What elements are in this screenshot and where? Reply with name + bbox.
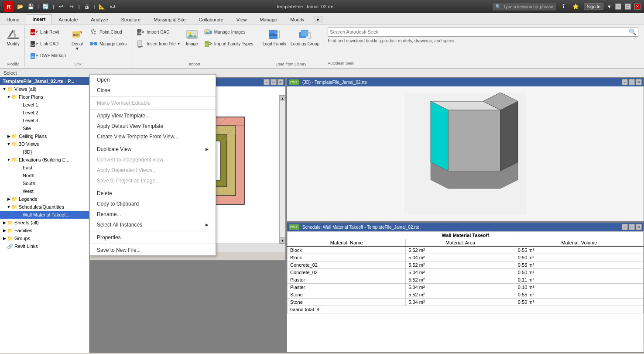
tree-item-wall-material[interactable]: Wall Material Takeof... bbox=[0, 211, 89, 219]
tab-modify[interactable]: Modify bbox=[284, 14, 311, 24]
tree-item-3d-views[interactable]: ▼ 📁 3D Views bbox=[0, 140, 89, 148]
load-as-group-button[interactable]: Load as Group bbox=[289, 26, 321, 48]
context-duplicate-view[interactable]: Duplicate View ▶ bbox=[90, 144, 216, 155]
manage-links-button[interactable]: Manage Links bbox=[87, 38, 128, 49]
tree-item-families[interactable]: ▶ 📁 Families bbox=[0, 227, 89, 234]
tab-massing[interactable]: Massing & Site bbox=[147, 14, 192, 24]
separator-1 bbox=[90, 96, 216, 97]
tab-view[interactable]: View bbox=[230, 14, 253, 24]
context-save-new-file[interactable]: Save to New File... bbox=[90, 245, 216, 255]
sign-in-button[interactable]: Sign In bbox=[584, 3, 603, 10]
measure-icon[interactable]: 📐 bbox=[97, 2, 106, 11]
context-delete[interactable]: Delete bbox=[90, 188, 216, 199]
context-apply-view-template[interactable]: Apply View Template... bbox=[90, 110, 216, 121]
import-cad-button[interactable]: CAD Import CAD bbox=[134, 26, 182, 38]
fp-minimize-btn[interactable]: − bbox=[264, 79, 270, 85]
manage-images-button[interactable]: Manage Images bbox=[202, 26, 255, 38]
link-cad-button[interactable]: CAD Link CAD bbox=[27, 38, 68, 49]
modify-group-label: Modify bbox=[7, 62, 19, 66]
tree-item-north[interactable]: North bbox=[0, 172, 89, 179]
tree-item-west[interactable]: West bbox=[0, 187, 89, 195]
tree-item-floor-plans[interactable]: ▼ 📁 Floor Plans bbox=[0, 93, 89, 101]
tree-item-schedules[interactable]: ▼ 📁 Schedules/Quantities bbox=[0, 203, 89, 211]
tab-home[interactable]: Home bbox=[0, 14, 26, 24]
close-button[interactable]: ✕ bbox=[634, 3, 641, 10]
fp-close-btn[interactable]: ✕ bbox=[277, 79, 284, 85]
context-close[interactable]: Close bbox=[90, 85, 216, 96]
tree-item-groups[interactable]: ▶ 📁 Groups bbox=[0, 234, 89, 242]
context-make-workset-label: Make Workset Editable bbox=[97, 100, 151, 106]
context-rename[interactable]: Rename... bbox=[90, 209, 216, 220]
seek-search-bar[interactable]: 🔍 bbox=[328, 27, 638, 37]
fp-scrollbar-vertical[interactable]: ▲ ▼ bbox=[279, 95, 285, 244]
maximize-button[interactable]: □ bbox=[625, 3, 631, 10]
print-icon[interactable]: 🖨 bbox=[82, 2, 91, 11]
sched-close-btn[interactable]: ✕ bbox=[636, 224, 642, 230]
import-family-types-icon: IFT bbox=[203, 39, 213, 48]
tree-item-3d[interactable]: {3D} bbox=[0, 148, 89, 156]
import-items: CAD Import CAD Insert from File ▼ bbox=[134, 26, 255, 62]
dwf-markup-button[interactable]: DWF DWF Markup bbox=[27, 50, 68, 61]
seek-search-input[interactable] bbox=[330, 29, 629, 34]
dwf-markup-label: DWF Markup bbox=[40, 53, 66, 58]
seek-search-icon[interactable]: 🔍 bbox=[629, 28, 636, 35]
tree-label-wall-material: Wall Material Takeof... bbox=[23, 212, 70, 217]
context-create-view-template[interactable]: Create View Template From View... bbox=[90, 131, 216, 142]
open-file-icon[interactable]: 📂 bbox=[16, 2, 24, 11]
tab-analyze[interactable]: Analyze bbox=[84, 14, 114, 24]
tree-item-site[interactable]: Site bbox=[0, 124, 89, 132]
tree-item-legends[interactable]: ▶ 📁 Legends bbox=[0, 195, 89, 203]
image-button[interactable]: Image bbox=[183, 26, 201, 48]
context-copy-clipboard[interactable]: Copy to Clipboard bbox=[90, 199, 216, 209]
minimize-button[interactable]: − bbox=[615, 3, 621, 10]
tree-item-level-3[interactable]: Level 3 bbox=[0, 117, 89, 124]
tab-collaborate[interactable]: Collaborate bbox=[192, 14, 230, 24]
info-icon[interactable]: ℹ bbox=[559, 2, 568, 11]
tab-insert[interactable]: Insert bbox=[26, 14, 52, 24]
tab-structure[interactable]: Structure bbox=[115, 14, 147, 24]
import-family-types-button[interactable]: IFT Import Family Types bbox=[202, 38, 255, 49]
search-bar[interactable]: 🔍 Type a keyword or phrase bbox=[493, 3, 556, 10]
save-icon[interactable]: 💾 bbox=[26, 2, 35, 11]
load-family-button[interactable]: Load Family bbox=[261, 26, 288, 48]
tree-item-level-2[interactable]: Level 2 bbox=[0, 109, 89, 117]
context-select-all[interactable]: Select All Instances ▶ bbox=[90, 220, 216, 230]
tree-item-east[interactable]: East bbox=[0, 164, 89, 172]
tree-item-revit-links[interactable]: 🔗 Revit Links bbox=[0, 242, 89, 250]
sched-maximize-btn[interactable]: □ bbox=[629, 224, 635, 230]
redo-icon[interactable]: ↪ bbox=[67, 2, 76, 11]
undo-icon[interactable]: ↩ bbox=[57, 2, 65, 11]
insert-from-file-button[interactable]: Insert from File ▼ bbox=[134, 38, 182, 49]
modify-button[interactable]: Modify bbox=[4, 26, 22, 48]
ribbon-group-import: CAD Import CAD Insert from File ▼ bbox=[131, 25, 258, 67]
3d-minimize-btn[interactable]: − bbox=[622, 79, 628, 85]
3d-close-btn[interactable]: ✕ bbox=[636, 79, 642, 85]
tree-item-ceiling-plans[interactable]: ▶ 📁 Ceiling Plans bbox=[0, 132, 89, 140]
link-revit-button[interactable]: RVT Link Revit bbox=[27, 26, 68, 38]
context-properties[interactable]: Properties bbox=[90, 232, 216, 243]
subscription-icon[interactable]: ⭐ bbox=[572, 2, 580, 11]
import-group-label: Import bbox=[189, 62, 200, 66]
fp-scroll-up[interactable]: ▲ bbox=[280, 95, 285, 101]
tree-label-level-3: Level 3 bbox=[23, 118, 38, 123]
tree-item-elevations[interactable]: ▼ 📁 Elevations (Building E... bbox=[0, 156, 89, 164]
tree-item-views-all[interactable]: ▼ 📁 Views (all) bbox=[0, 85, 89, 93]
fp-maximize-btn[interactable]: □ bbox=[271, 79, 277, 85]
point-cloud-button[interactable]: Point Cloud bbox=[87, 26, 128, 38]
tab-manage[interactable]: Manage bbox=[253, 14, 284, 24]
sched-minimize-btn[interactable]: − bbox=[622, 224, 628, 230]
tag-icon[interactable]: 🏷 bbox=[108, 2, 116, 11]
tree-item-south[interactable]: South bbox=[0, 179, 89, 187]
insert-arrow: ▼ bbox=[177, 42, 181, 46]
tree-item-sheets-all[interactable]: ▶ 📁 Sheets (all) bbox=[0, 219, 89, 227]
sync-icon[interactable]: 🔄 bbox=[41, 2, 50, 11]
tab-annotate[interactable]: Annotate bbox=[52, 14, 84, 24]
context-apply-default-template[interactable]: Apply Default View Template bbox=[90, 121, 216, 131]
row-name: Concrete_02 bbox=[288, 261, 406, 269]
context-open[interactable]: Open bbox=[90, 75, 216, 85]
tree-item-level-1[interactable]: Level 1 bbox=[0, 101, 89, 109]
fp-scroll-down[interactable]: ▼ bbox=[280, 237, 285, 244]
3d-maximize-btn[interactable]: □ bbox=[629, 79, 635, 85]
ribbon-extra-btn[interactable]: ▼ bbox=[313, 17, 323, 24]
decal-button[interactable]: IMG Decal ▼ bbox=[69, 26, 86, 52]
